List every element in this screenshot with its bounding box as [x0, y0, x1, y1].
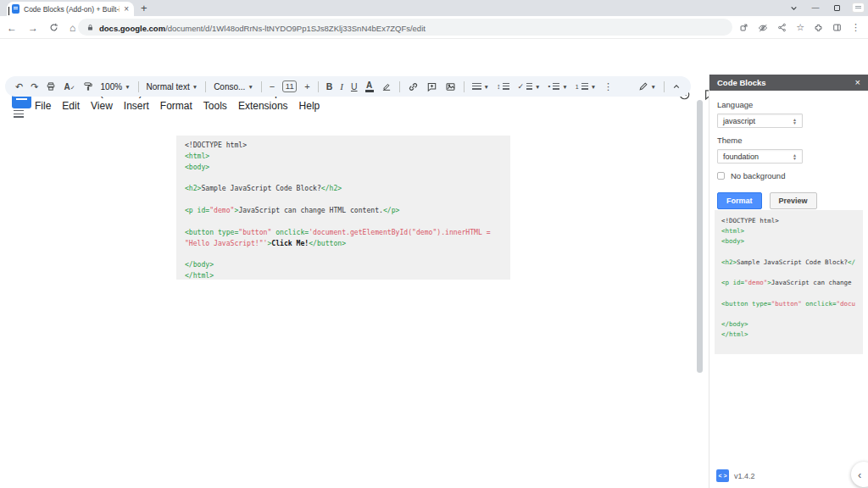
- browser-menu-icon[interactable]: ⋮: [851, 23, 860, 32]
- font-size-input[interactable]: 11: [282, 80, 297, 92]
- url-domain: docs.google.com: [99, 24, 165, 33]
- document-outline-icon[interactable]: [14, 110, 24, 118]
- italic-button[interactable]: I: [340, 81, 343, 92]
- code-badge-icon: < >: [716, 469, 729, 482]
- back-button[interactable]: ←: [7, 23, 17, 33]
- paint-format-button[interactable]: [83, 81, 93, 92]
- maximize-button[interactable]: [834, 5, 840, 11]
- menu-edit[interactable]: Edit: [62, 100, 80, 112]
- insert-image-button[interactable]: [445, 81, 456, 92]
- hide-menus-button[interactable]: [672, 82, 681, 91]
- checklist-button[interactable]: ✓▼: [517, 83, 540, 91]
- browser-toolbar: ← → ⌂ docs.google.com/document/d/1Wl48od…: [0, 16, 868, 39]
- spellcheck-button[interactable]: A✓: [64, 82, 75, 92]
- tab-title: Code Blocks (Add-on) + Built-in c: [24, 5, 120, 14]
- underline-button[interactable]: U: [351, 81, 358, 92]
- toolbar-more-icon[interactable]: ⋮: [604, 82, 613, 92]
- redo-button[interactable]: ↷: [31, 82, 38, 92]
- format-button[interactable]: Format: [717, 192, 762, 209]
- reload-button[interactable]: [49, 23, 58, 32]
- share-icon[interactable]: [777, 23, 787, 32]
- minimize-button[interactable]: —: [812, 4, 820, 12]
- zoom-select[interactable]: 100%▼: [101, 82, 131, 92]
- no-background-checkbox[interactable]: [717, 172, 725, 180]
- browser-tab[interactable]: Code Blocks (Add-on) + Built-in c ×: [7, 2, 134, 16]
- menu-insert[interactable]: Insert: [124, 100, 149, 112]
- open-in-window-icon[interactable]: [739, 23, 748, 32]
- menu-extensions[interactable]: Extensions: [238, 100, 288, 112]
- addon-code-block[interactable]: <!DOCTYPE html><html><body> <h2>Sample J…: [176, 136, 510, 280]
- font-size-decrease-button[interactable]: −: [270, 81, 275, 92]
- menu-help[interactable]: Help: [299, 100, 320, 112]
- address-bar[interactable]: docs.google.com/document/d/1Wl48odRrNs-l…: [78, 19, 732, 36]
- bold-button[interactable]: B: [326, 81, 333, 92]
- insert-link-button[interactable]: [408, 81, 419, 92]
- window-controls: — ×: [790, 0, 860, 16]
- sidebar-code-preview: <!DOCTYPE html><html><body> <h2>Sample J…: [715, 210, 863, 354]
- code-block-widget-icon[interactable]: [853, 3, 864, 12]
- language-select[interactable]: javascript ▲▼: [717, 114, 803, 128]
- paragraph-style-select[interactable]: Normal text▼: [147, 82, 198, 92]
- font-size-increase-button[interactable]: +: [304, 81, 309, 92]
- text-cursor: [8, 7, 9, 15]
- lock-icon: [86, 24, 94, 31]
- eye-off-icon[interactable]: [758, 23, 768, 33]
- tab-close-icon[interactable]: ×: [124, 5, 129, 14]
- preview-button[interactable]: Preview: [770, 192, 817, 209]
- sidebar-close-icon[interactable]: ×: [855, 78, 860, 87]
- docs-header: Code Blocks (Add-on) + Built-in code blo…: [0, 39, 868, 76]
- side-panel-icon[interactable]: [832, 23, 842, 32]
- numbered-list-button[interactable]: 1▼: [576, 83, 596, 91]
- menu-bar: File Edit View Insert Format Tools Exten…: [35, 100, 320, 112]
- addon-version: v1.4.2: [734, 472, 755, 480]
- forward-button[interactable]: →: [28, 23, 38, 33]
- browser-window: Code Blocks (Add-on) + Built-in c × + — …: [0, 0, 868, 488]
- add-comment-button[interactable]: [426, 81, 437, 92]
- no-background-label: No background: [731, 171, 785, 180]
- code-blocks-sidebar: Code Blocks × Language javascript ▲▼ The…: [709, 75, 868, 488]
- extensions-icon[interactable]: [814, 23, 823, 32]
- builtin-code-block[interactable]: JavaScript <!DOCTYPE html><html><body> <…: [174, 288, 547, 475]
- print-button[interactable]: [46, 81, 56, 92]
- bulleted-list-button[interactable]: •▼: [548, 83, 567, 91]
- editing-mode-button[interactable]: ▼: [638, 81, 656, 92]
- menu-file[interactable]: File: [35, 100, 51, 112]
- chevron-left-icon: ‹: [858, 469, 861, 481]
- language-label: Language: [717, 100, 860, 109]
- editor-toolbar: ↶ ↷ A✓ 100%▼ Normal text▼ Conso...▼ − 11…: [5, 76, 691, 97]
- tab-strip: Code Blocks (Add-on) + Built-in c × + — …: [0, 0, 868, 16]
- tab-search-icon[interactable]: [790, 4, 798, 12]
- document-scrollbar[interactable]: [697, 100, 703, 373]
- font-select[interactable]: Conso...▼: [214, 82, 253, 92]
- line-spacing-button[interactable]: ↕: [497, 83, 510, 91]
- new-tab-button[interactable]: +: [141, 2, 147, 14]
- sidebar-title: Code Blocks: [717, 78, 766, 87]
- menu-view[interactable]: View: [91, 100, 113, 112]
- menu-tools[interactable]: Tools: [203, 100, 227, 112]
- select-arrows-icon: ▲▼: [793, 118, 797, 125]
- align-button[interactable]: ▼: [472, 83, 489, 91]
- undo-button[interactable]: ↶: [15, 82, 23, 92]
- highlight-color-button[interactable]: [381, 81, 392, 92]
- menu-format[interactable]: Format: [160, 100, 192, 112]
- home-button[interactable]: ⌂: [70, 23, 75, 33]
- theme-label: Theme: [717, 136, 860, 145]
- bookmark-star-icon[interactable]: ☆: [796, 23, 804, 32]
- docs-favicon-icon: [12, 4, 19, 14]
- select-arrows-icon: ▲▼: [793, 153, 797, 160]
- theme-select[interactable]: foundation ▲▼: [717, 149, 803, 164]
- text-color-button[interactable]: A: [365, 81, 374, 92]
- url-path: /document/d/1Wl48odRrNs-ltNYDO9Pp1SJs8ZK…: [165, 24, 426, 33]
